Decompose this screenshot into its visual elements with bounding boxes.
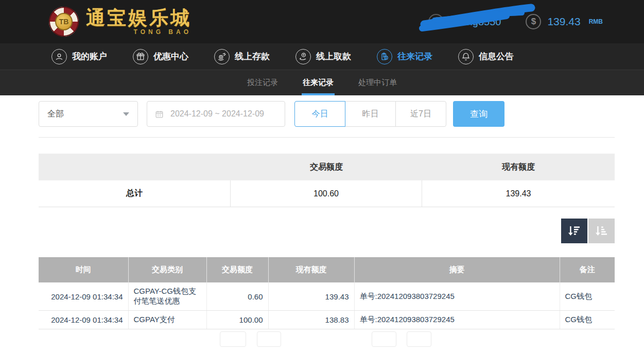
col-note-header: 备注	[560, 257, 615, 282]
balance-amount: 139.43	[547, 15, 580, 28]
avatar-icon	[428, 14, 444, 29]
bell-icon	[458, 49, 474, 64]
pagination-button[interactable]	[372, 331, 396, 347]
cell-time: 2024-12-09 01:34:34	[39, 282, 128, 311]
pagination-button[interactable]	[220, 331, 246, 347]
summary-transaction-total: 100.60	[231, 180, 422, 207]
cell-category: CGPAY-CG钱包支付笔笔送优惠	[128, 282, 206, 311]
quick-date-group: 今日 昨日 近7日	[294, 101, 446, 127]
table-row: 2024-12-09 01:34:34 CGPAY支付 100.00 138.8…	[39, 311, 615, 329]
deposit-icon	[214, 49, 230, 64]
site-title: 通宝娱乐城	[86, 8, 192, 27]
casino-chip-icon: TB	[49, 7, 79, 37]
divider	[39, 137, 615, 138]
quick-last7days-button[interactable]: 近7日	[395, 101, 446, 127]
top-header: TB 通宝娱乐城 TONG BAO cheng8550 $ 139.43 RMB	[0, 0, 644, 43]
account-icon	[51, 49, 67, 64]
summary-header-row: 交易额度 现有额度	[39, 154, 615, 180]
dollar-circle-icon: $	[526, 14, 541, 29]
date-range-input[interactable]: 2024-12-09 ~ 2024-12-09	[147, 101, 285, 127]
summary-balance-total: 139.43	[422, 180, 615, 207]
search-button[interactable]: 查询	[453, 101, 504, 127]
sort-descending-icon	[568, 225, 581, 237]
summary-total-label: 总计	[39, 180, 231, 207]
gift-icon	[133, 49, 148, 64]
chip-monogram: TB	[55, 13, 73, 30]
cell-category: CGPAY支付	[128, 311, 206, 329]
tab-pending-orders[interactable]: 处理中订单	[357, 70, 398, 95]
withdraw-icon	[295, 49, 311, 64]
summary-col-transaction: 交易额度	[231, 162, 422, 173]
summary-table: 交易额度 现有额度 总计 100.60 139.43	[39, 154, 615, 207]
col-time-header: 时间	[39, 257, 128, 282]
site-subtitle: TONG BAO	[134, 29, 192, 35]
pagination	[39, 329, 615, 336]
category-select[interactable]: 全部	[39, 101, 138, 127]
site-logo[interactable]: TB 通宝娱乐城 TONG BAO	[49, 7, 192, 37]
sort-descending-button[interactable]	[561, 219, 587, 243]
col-summary-header: 摘要	[354, 257, 560, 282]
col-amount-header: 交易额度	[206, 257, 268, 282]
summary-col-balance: 现有额度	[422, 162, 615, 173]
table-header-row: 时间 交易类别 交易额度 现有额度 摘要 备注	[39, 257, 615, 282]
tab-bet-records[interactable]: 投注记录	[246, 70, 279, 95]
summary-total-row: 总计 100.60 139.43	[39, 180, 615, 207]
cell-note: CG钱包	[560, 311, 615, 329]
sub-nav: 投注记录 往来记录 处理中订单	[0, 70, 644, 95]
user-account[interactable]: cheng8550	[428, 9, 501, 35]
chevron-down-icon	[123, 112, 129, 116]
nav-my-account[interactable]: 我的账户	[51, 49, 107, 64]
pagination-button[interactable]	[407, 331, 431, 347]
records-icon	[377, 49, 392, 64]
quick-yesterday-button[interactable]: 昨日	[345, 101, 396, 127]
cell-summary: 单号:202412093803729245	[354, 311, 560, 329]
nav-records[interactable]: 往来记录	[377, 49, 432, 64]
nav-announcements[interactable]: 信息公告	[458, 49, 514, 64]
col-balance-header: 现有额度	[268, 257, 354, 282]
cell-summary: 单号:202412093803729245	[354, 282, 560, 311]
table-row: 2024-12-09 01:34:34 CGPAY-CG钱包支付笔笔送优惠 0.…	[39, 282, 615, 311]
sort-ascending-icon	[595, 225, 608, 237]
currency-label: RMB	[589, 18, 603, 25]
sort-controls	[39, 219, 615, 243]
cell-time: 2024-12-09 01:34:34	[39, 311, 128, 329]
col-category-header: 交易类别	[128, 257, 206, 282]
main-content: 全部 2024-12-09 ~ 2024-12-09 今日 昨日 近7日 查询 …	[0, 95, 644, 336]
cell-balance: 138.83	[268, 311, 354, 329]
cell-balance: 139.43	[268, 282, 354, 311]
cell-amount: 100.00	[206, 311, 268, 329]
nav-deposit[interactable]: 线上存款	[214, 49, 270, 64]
nav-promotions[interactable]: 优惠中心	[133, 49, 188, 64]
transactions-table: 时间 交易类别 交易额度 现有额度 摘要 备注 2024-12-09 01:34…	[39, 257, 615, 329]
cell-amount: 0.60	[206, 282, 268, 311]
sort-ascending-button[interactable]	[588, 219, 615, 243]
main-nav: 我的账户 优惠中心 线上存款 线上取款 往来记录 信息公告	[0, 43, 644, 70]
nav-withdraw[interactable]: 线上取款	[295, 49, 351, 64]
filter-bar: 全部 2024-12-09 ~ 2024-12-09 今日 昨日 近7日 查询	[39, 101, 615, 127]
pagination-button[interactable]	[257, 331, 281, 347]
tab-transaction-records[interactable]: 往来记录	[302, 70, 335, 95]
calendar-icon	[154, 109, 164, 119]
quick-today-button[interactable]: 今日	[294, 101, 345, 127]
balance-display[interactable]: $ 139.43 RMB	[526, 14, 603, 29]
username: cheng8550	[450, 16, 501, 28]
cell-note: CG钱包	[560, 282, 615, 311]
